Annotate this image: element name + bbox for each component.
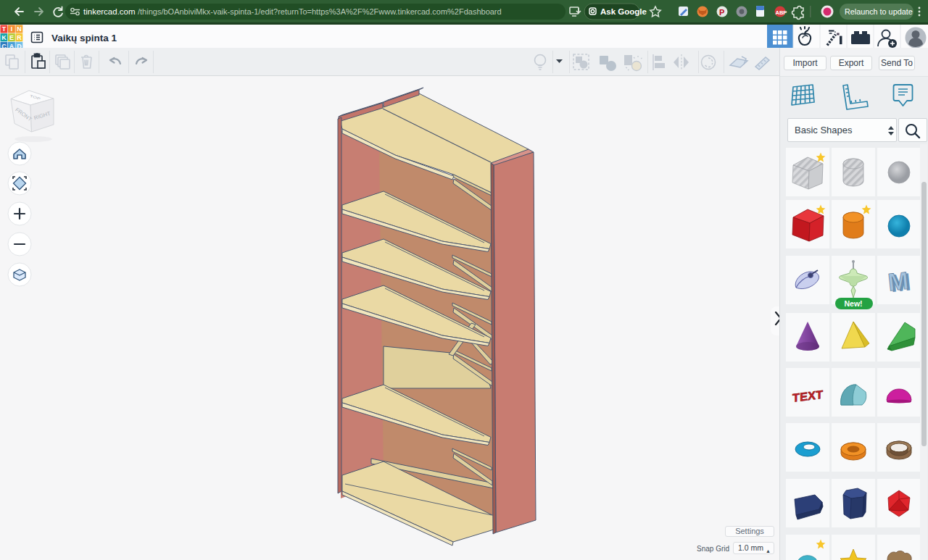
svg-text:ABP: ABP xyxy=(776,9,787,16)
svg-text:R: R xyxy=(17,34,22,41)
svg-text:P: P xyxy=(719,8,724,17)
svg-text:M: M xyxy=(887,267,910,296)
svg-text:Relaunch to update: Relaunch to update xyxy=(845,7,913,16)
svg-text:T: T xyxy=(2,25,7,33)
svg-text:tinkercad.com: tinkercad.com xyxy=(83,7,136,16)
svg-text:N: N xyxy=(17,25,22,33)
svg-text:Ask Google: Ask Google xyxy=(600,7,647,16)
svg-text:I: I xyxy=(11,25,13,33)
svg-text:K: K xyxy=(1,34,7,41)
svg-text:TEXT: TEXT xyxy=(792,388,823,404)
svg-text:E: E xyxy=(9,34,14,41)
svg-text:Vaikų spinta 1: Vaikų spinta 1 xyxy=(51,33,117,43)
svg-text:/things/bOAnbiviMkx-vaik-spint: /things/bOAnbiviMkx-vaik-spinta-1/edit?r… xyxy=(138,7,502,16)
svg-text:New!: New! xyxy=(844,299,862,308)
